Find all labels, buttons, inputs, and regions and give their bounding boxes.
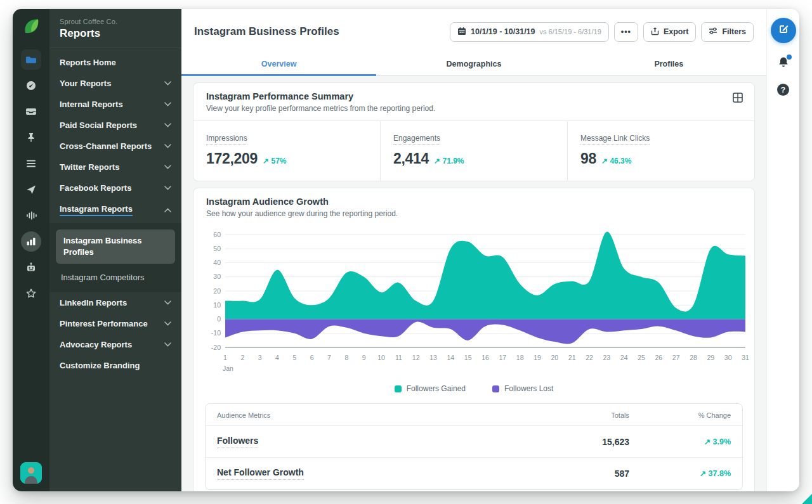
svg-text:3: 3 (258, 354, 262, 361)
metric-change: ↗ 71.9% (434, 157, 464, 165)
svg-text:26: 26 (655, 354, 662, 361)
gauge-icon[interactable] (21, 75, 41, 96)
more-options-button[interactable]: ••• (614, 22, 638, 42)
main-header: Instagram Business Profiles 10/1/19 - 10… (181, 9, 766, 55)
audience-growth-card: Instagram Audience Growth See how your a… (193, 188, 755, 491)
compose-button[interactable] (771, 18, 796, 43)
tab-bar: Overview Demographics Profiles (181, 55, 766, 76)
icon-rail (13, 9, 49, 491)
svg-text:50: 50 (213, 245, 221, 252)
filters-button[interactable]: Filters (701, 22, 754, 42)
chevron-down-icon (164, 186, 171, 190)
help-button[interactable]: ? (777, 84, 789, 96)
sidebar-item-linkedin-reports[interactable]: LinkedIn Reports (49, 292, 181, 313)
folder-icon[interactable] (21, 49, 41, 70)
sidebar-item-pinterest-performance[interactable]: Pinterest Performance (49, 313, 181, 334)
bar-chart-icon[interactable] (21, 231, 41, 252)
instagram-reports-submenu: Instagram Business Profiles Instagram Co… (49, 223, 181, 292)
table-view-icon[interactable] (733, 93, 743, 105)
metric-value: 2,414 (393, 150, 429, 167)
metric-message-link-clicks: Message Link Clicks 98↗ 46.3% (567, 121, 754, 181)
metric-label[interactable]: Engagements (393, 134, 440, 145)
corner-decoration (802, 494, 812, 504)
audience-growth-chart: 6050403020100-10-20123456789101112131415… (201, 228, 753, 377)
svg-text:15: 15 (464, 354, 472, 361)
svg-text:60: 60 (213, 231, 221, 238)
tab-demographics[interactable]: Demographics (376, 55, 571, 76)
svg-text:28: 28 (690, 354, 697, 361)
main-panel: Instagram Business Profiles 10/1/19 - 10… (181, 9, 766, 491)
chevron-down-icon (164, 144, 171, 148)
svg-text:21: 21 (568, 354, 576, 361)
chevron-down-icon (164, 165, 171, 169)
svg-text:5: 5 (292, 354, 296, 361)
sidebar-item-facebook-reports[interactable]: Facebook Reports (49, 178, 181, 198)
tab-profiles[interactable]: Profiles (572, 55, 766, 76)
svg-text:9: 9 (362, 354, 366, 361)
metric-label[interactable]: Message Link Clicks (580, 134, 650, 145)
sidebar-item-twitter-reports[interactable]: Twitter Reports (49, 157, 181, 178)
row-label[interactable]: Net Follower Growth (217, 467, 304, 480)
table-header-change: % Change (629, 411, 731, 419)
inbox-icon[interactable] (21, 101, 41, 122)
svg-text:14: 14 (447, 354, 454, 361)
sprout-logo-icon[interactable] (22, 16, 41, 36)
date-range-button[interactable]: 10/1/19 - 10/31/19 vs 6/15/19 - 6/31/19 (450, 22, 609, 42)
svg-text:4: 4 (275, 354, 279, 361)
content-area: Instagram Performance Summary View your … (181, 76, 766, 491)
svg-text:Jan: Jan (223, 365, 233, 372)
bot-icon[interactable] (21, 257, 41, 278)
bell-icon (777, 60, 790, 70)
app-window: Sprout Coffee Co. Reports Reports Home Y… (13, 9, 799, 491)
chevron-down-icon (164, 102, 171, 107)
svg-text:11: 11 (395, 354, 402, 361)
calendar-icon (457, 27, 466, 37)
svg-text:6: 6 (310, 354, 314, 361)
row-label[interactable]: Followers (217, 436, 258, 448)
user-avatar[interactable] (20, 462, 42, 484)
svg-text:2: 2 (240, 354, 244, 361)
svg-text:10: 10 (213, 301, 221, 309)
sidebar-item-instagram-reports[interactable]: Instagram Reports (49, 198, 181, 222)
paper-plane-icon[interactable] (21, 179, 41, 200)
metric-change: ↗ 57% (263, 157, 286, 165)
sidebar-subitem-instagram-business-profiles[interactable]: Instagram Business Profiles (56, 229, 175, 264)
sidebar-item-cross-channel-reports[interactable]: Cross-Channel Reports (49, 136, 181, 157)
tab-overview[interactable]: Overview (181, 55, 376, 76)
compose-icon (778, 23, 789, 37)
chevron-down-icon (164, 342, 171, 347)
svg-text:30: 30 (213, 273, 221, 280)
sidebar-item-paid-social-reports[interactable]: Paid Social Reports (49, 115, 181, 136)
sidebar-item-advocacy-reports[interactable]: Advocacy Reports (49, 334, 181, 355)
pin-icon[interactable] (21, 127, 41, 148)
list-icon[interactable] (21, 153, 41, 174)
account-name: Sprout Coffee Co. (60, 18, 171, 25)
notifications-button[interactable] (777, 56, 790, 71)
audience-metrics-table: Audience Metrics Totals % Change Followe… (205, 403, 743, 490)
sidebar-item-your-reports[interactable]: Your Reports (49, 73, 181, 94)
summary-card-subtitle: View your key profile performance metric… (206, 104, 742, 113)
svg-text:23: 23 (603, 354, 610, 361)
export-button[interactable]: Export (643, 22, 697, 42)
table-header-totals: Totals (512, 411, 629, 419)
table-row-followers: Followers 15,623 ↗ 3.9% (206, 426, 742, 458)
performance-summary-card: Instagram Performance Summary View your … (193, 82, 755, 181)
legend-followers-lost: Followers Lost (492, 384, 553, 393)
metric-change: ↗ 46.3% (601, 157, 631, 165)
svg-text:24: 24 (620, 354, 628, 361)
summary-metrics: Impressions 172,209↗ 57% Engagements 2,4… (193, 120, 754, 181)
waveform-icon[interactable] (21, 205, 41, 226)
metric-value: 172,209 (206, 150, 258, 167)
chart-legend: Followers Gained Followers Lost (193, 379, 754, 401)
svg-text:22: 22 (586, 354, 593, 361)
right-rail: ? (766, 9, 799, 491)
star-icon[interactable] (21, 283, 41, 304)
notification-dot (787, 55, 792, 60)
sidebar-item-customize-branding[interactable]: Customize Branding (49, 355, 181, 376)
row-change: ↗ 37.8% (629, 468, 731, 478)
sidebar-subitem-instagram-competitors[interactable]: Instagram Competitors (56, 264, 175, 282)
export-icon (651, 27, 659, 37)
sidebar-item-internal-reports[interactable]: Internal Reports (49, 94, 181, 115)
metric-label[interactable]: Impressions (206, 134, 247, 145)
sidebar-item-reports-home[interactable]: Reports Home (49, 52, 181, 73)
